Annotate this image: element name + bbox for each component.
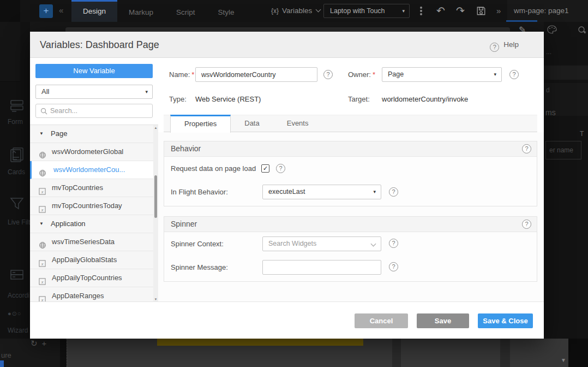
svg-text:x: x [41,208,44,212]
caret-down-icon: ▾ [145,85,148,98]
behavior-section-header: Behavior ? [164,141,537,157]
page-tab[interactable]: wm-page: page1 [507,0,588,22]
model-variable-icon: x [39,202,46,210]
dialog-footer: Cancel Save Save & Close [30,301,544,339]
add-icon[interactable]: + [42,339,47,348]
variable-item[interactable]: x AppDailyGlobalStats [30,251,153,269]
variable-label: wsvWorldometerCou... [53,161,125,179]
web-service-icon [39,166,46,174]
help-icon[interactable]: ? [522,144,531,153]
canvas-dimmed: ▼ [0,339,588,367]
palette-item-cards[interactable]: Cards [8,168,25,176]
search-input[interactable] [50,105,148,117]
editor-mode-tabs: Design Markup Script Style [71,0,246,22]
save-button[interactable]: Save [417,313,469,328]
palette-icon[interactable] [547,25,557,36]
name-input[interactable] [195,67,317,82]
variables-menu-button[interactable]: {x}Variables [271,0,320,22]
tab-markup[interactable]: Markup [117,0,165,22]
undo-icon[interactable]: ↶ [436,0,445,22]
variable-label: mvTopCountriesToday [52,197,122,215]
variable-filter-select[interactable]: All ▾ [35,85,153,99]
inflight-behavior-select[interactable]: executeLast ▾ [262,185,381,199]
save-icon[interactable] [476,6,486,16]
svg-text:x: x [41,298,44,301]
variable-item[interactable]: x AppDateRanges [30,287,153,301]
variable-detail-panel: Name:* ? Owner:* Page ▾ ? Type: Web Serv… [158,58,544,301]
owner-value: Page [388,70,404,78]
type-value: Web Service (REST) [195,94,261,105]
new-variable-button[interactable]: New Variable [35,64,153,78]
tab-style[interactable]: Style [207,0,246,22]
model-variable-icon: x [39,184,46,192]
request-data-checkbox[interactable]: ✓ [261,164,269,173]
palette-item-wizard[interactable]: Wizard [8,327,28,334]
spinner-context-label: Spinner Context: [171,236,224,251]
variable-label: AppDateRanges [52,287,104,301]
spinner-context-select[interactable]: Search Widgets [262,236,381,251]
wizard-widget-icon[interactable]: ●⊙○ [8,310,22,317]
target-value: worldometerCountry/invoke [382,94,468,105]
help-icon[interactable]: ? [323,70,333,79]
help-icon: ? [490,43,499,52]
expand-panel-icon[interactable]: » [496,0,501,22]
variables-menu-label: Variables [282,7,312,15]
type-label: Type: [169,92,187,106]
help-icon[interactable]: ? [389,262,398,271]
refresh-icon[interactable]: ↻ [31,339,38,348]
variable-item[interactable]: x AppDailyTopCountries [30,269,153,287]
collapse-panel-icon[interactable]: « [57,0,65,22]
help-icon[interactable]: ? [509,70,519,79]
help-icon[interactable]: ? [276,164,285,173]
list-scrollbar[interactable]: ▲ ▼ [153,125,158,301]
help-icon[interactable]: ? [389,239,398,248]
variable-group-page[interactable]: ▼ Page [30,125,153,143]
variable-label: AppDailyGlobalStats [52,251,117,269]
live-filter-widget-icon[interactable] [9,196,25,212]
tab-script[interactable]: Script [165,0,207,22]
tab-events[interactable]: Events [273,115,322,132]
inspect-icon[interactable] [577,25,587,37]
variable-item[interactable]: x mvTopCountriesToday [30,197,153,215]
model-variable-icon: x [39,274,46,282]
variable-label: wsvWordometerGlobal [52,143,123,161]
cards-widget-icon[interactable] [9,146,25,163]
variable-group-application[interactable]: ▼ Application [30,215,153,233]
tab-data[interactable]: Data [231,115,273,132]
variable-label: mvTopCountries [52,179,103,197]
redo-icon[interactable]: ↷ [456,0,465,22]
device-selector[interactable]: Laptop with Touch ▾ [323,4,410,18]
variable-label: AppDailyTopCountries [52,269,122,287]
cancel-button[interactable]: Cancel [355,313,408,328]
help-icon[interactable]: ? [522,220,531,229]
canvas-right-block [568,339,588,367]
variable-item[interactable]: x mvTopCountries [30,179,153,197]
canvas-column-gap [500,339,510,367]
scroll-up-icon[interactable]: ▲ [153,126,158,129]
scrollbar-thumb[interactable] [154,175,157,218]
variable-item[interactable]: wsvWordometerGlobal [30,143,153,161]
palette-item-form[interactable]: Form [8,118,23,126]
variable-list: ▼ Page wsvWordometerGlobal wsvWorldomete… [30,125,158,301]
properties-tab-content: Behavior ? Request data on page load ✓ ?… [158,132,544,301]
scroll-down-icon[interactable]: ▼ [153,298,158,301]
form-widget-icon[interactable] [9,97,25,114]
owner-select[interactable]: Page ▾ [382,67,502,82]
variable-item[interactable]: wsvTimeSeriesData [30,233,153,251]
tab-properties[interactable]: Properties [170,115,231,133]
palette-item-live-filter[interactable]: Live Filt [8,218,30,226]
panel-divider [60,339,67,367]
accordion-widget-icon[interactable] [9,268,25,284]
help-link[interactable]: ?Help [490,32,519,58]
web-service-icon [39,238,46,246]
save-and-close-button[interactable]: Save & Close [478,313,533,328]
device-selector-value: Laptop with Touch [330,7,385,15]
add-page-button[interactable]: + [39,4,53,18]
palette-item-accordion[interactable]: Accordi [8,292,29,299]
variable-item-selected[interactable]: wsvWorldometerCou... [30,161,153,179]
spinner-message-input[interactable] [262,260,381,275]
more-options-icon[interactable] [420,7,422,9]
help-icon[interactable]: ? [389,187,398,197]
variables-icon: {x} [271,7,279,15]
tab-design[interactable]: Design [71,0,117,22]
